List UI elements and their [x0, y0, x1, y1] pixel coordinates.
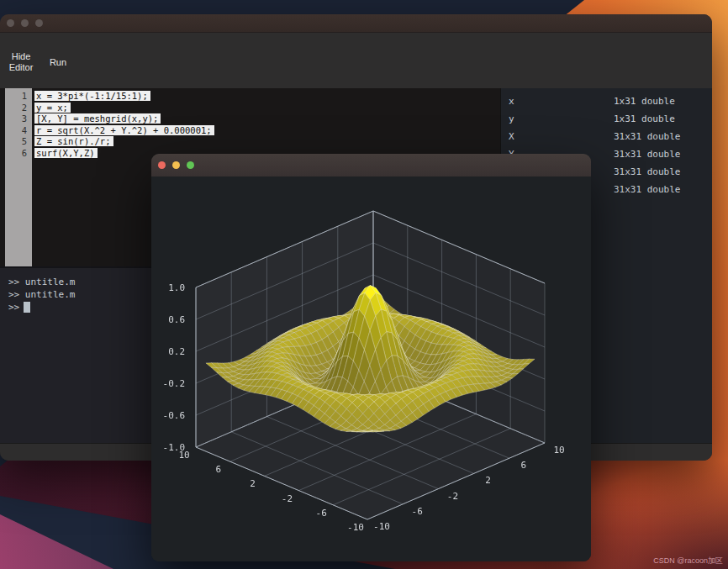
variable-name: y — [501, 110, 614, 128]
line-number: 5 — [5, 136, 27, 148]
hide-editor-button[interactable]: Hide Editor — [3, 51, 39, 73]
code-line: [X, Y] = meshgrid(x,y); — [34, 113, 214, 125]
workspace-row[interactable]: x1x31 double — [501, 92, 712, 110]
variable-value: 31x31 double — [614, 145, 680, 163]
line-number: 2 — [5, 103, 27, 114]
zoom-button[interactable] — [187, 161, 194, 169]
selected-code-text: Z = sin(r)./r; — [34, 136, 113, 146]
line-number: 3 — [5, 113, 27, 125]
main-toolbar: Hide Editor Run — [0, 32, 712, 89]
selected-code-text: y = x; — [34, 103, 71, 113]
variable-value: 31x31 double — [614, 163, 680, 181]
variable-value: 31x31 double — [614, 181, 680, 198]
text-cursor — [24, 302, 30, 313]
code-line: y = x; — [34, 103, 214, 114]
main-window-titlebar[interactable] — [0, 14, 712, 32]
hide-editor-label-line1: Hide — [12, 51, 31, 61]
line-number: 1 — [5, 91, 27, 103]
surface-plot-canvas — [151, 176, 591, 561]
run-button[interactable]: Run — [44, 57, 72, 68]
code-line: Z = sin(r)./r; — [34, 136, 214, 148]
hide-editor-label-line2: Editor — [9, 62, 34, 72]
close-button[interactable] — [158, 161, 166, 169]
figure-window — [151, 154, 591, 561]
variable-value: 1x31 double — [614, 110, 675, 128]
selected-code-text: [X, Y] = meshgrid(x,y); — [34, 113, 161, 124]
variable-value: 31x31 double — [614, 128, 680, 145]
variable-name: X — [501, 128, 614, 145]
line-number: 6 — [5, 148, 27, 160]
close-button-inactive[interactable] — [7, 19, 14, 27]
selected-code-text: surf(X,Y,Z) — [34, 148, 98, 158]
variable-value: 1x31 double — [614, 92, 675, 110]
minimize-button-inactive[interactable] — [21, 19, 29, 27]
line-number: 4 — [5, 125, 27, 137]
workspace-row[interactable]: X31x31 double — [501, 128, 712, 145]
prompt-text: >> — [8, 302, 19, 313]
watermark: CSDN @racoon加区 — [653, 556, 723, 566]
selected-code-text: x = 3*pi*(-1:1/15:1); — [34, 91, 150, 101]
figure-window-titlebar[interactable] — [151, 154, 591, 177]
code-lines: x = 3*pi*(-1:1/15:1); y = x; [X, Y] = me… — [34, 91, 214, 159]
workspace-row[interactable]: y1x31 double — [501, 110, 712, 128]
zoom-button-inactive[interactable] — [35, 19, 43, 27]
selected-code-text: r = sqrt(X.^2 + Y.^2) + 0.000001; — [34, 125, 214, 135]
desktop: Hide Editor Run 1 2 3 4 5 6 x = 3*pi*(-1… — [0, 0, 728, 569]
minimize-button[interactable] — [172, 161, 180, 169]
code-line: x = 3*pi*(-1:1/15:1); — [34, 91, 214, 103]
variable-name: x — [501, 92, 614, 110]
line-number-gutter: 1 2 3 4 5 6 — [5, 88, 32, 266]
code-line: r = sqrt(X.^2 + Y.^2) + 0.000001; — [34, 125, 214, 137]
